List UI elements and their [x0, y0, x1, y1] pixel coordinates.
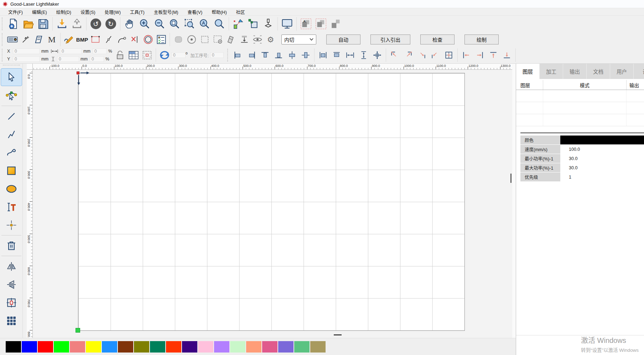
cut-mode-dropdown[interactable]: 内切	[281, 35, 316, 44]
palette-swatch[interactable]	[22, 341, 37, 353]
auto-button[interactable]: 自动	[326, 35, 360, 44]
menu-item[interactable]: 设置(S)	[76, 8, 100, 16]
palette-swatch[interactable]	[6, 341, 21, 353]
export-button[interactable]	[69, 16, 84, 31]
tab-加工[interactable]: 加工	[540, 64, 563, 79]
angle-input[interactable]	[171, 52, 186, 58]
palette-swatch[interactable]	[214, 341, 229, 353]
width-pct-input[interactable]	[93, 48, 107, 54]
dock-bottom-button[interactable]	[500, 48, 514, 62]
ellipse-tool[interactable]	[0, 180, 23, 198]
check-button[interactable]: 检查	[420, 35, 455, 44]
width-input[interactable]	[60, 48, 82, 54]
align-bottom-button[interactable]	[272, 48, 285, 62]
move-top-left-button[interactable]	[388, 48, 401, 62]
palette-swatch[interactable]	[182, 341, 197, 353]
lock-ratio-button[interactable]	[113, 48, 127, 62]
tab-文档[interactable]: 文档	[587, 64, 610, 79]
h-scrollbar-thumb[interactable]	[334, 334, 342, 335]
tab-输出[interactable]: 输出	[563, 64, 587, 79]
toolbox-grip[interactable]	[3, 65, 20, 68]
node-rect-button[interactable]	[89, 33, 102, 46]
y-input[interactable]	[13, 56, 40, 62]
palette-swatch[interactable]	[310, 341, 326, 353]
group-text-button[interactable]: A	[298, 16, 313, 31]
node-edit-tool[interactable]	[0, 86, 23, 105]
curve-tool[interactable]	[0, 143, 23, 161]
import-button[interactable]	[54, 16, 69, 31]
dock-left-button[interactable]	[459, 48, 473, 62]
palette-swatch[interactable]	[134, 341, 149, 353]
layer-color-value[interactable]	[560, 136, 644, 144]
work-area[interactable]	[78, 73, 465, 331]
menu-item[interactable]: 查看(V)	[183, 8, 207, 16]
menu-item[interactable]: 社区	[232, 8, 250, 16]
save-file-button[interactable]	[36, 16, 51, 31]
array-tool[interactable]	[0, 312, 23, 330]
undo-button[interactable]: ↺	[88, 16, 103, 31]
pick-coordinate-button[interactable]	[19, 33, 32, 46]
menu-item[interactable]: 编辑(E)	[27, 8, 52, 16]
rectangle-tool[interactable]	[0, 161, 23, 180]
panel-splitter-handle[interactable]	[510, 174, 511, 183]
dock-top-button[interactable]	[487, 48, 500, 62]
vertical-ruler[interactable]: 0.0100.0200.0300.0400.0500.0600.0700.080…	[27, 70, 33, 338]
zoom-fit-button[interactable]	[212, 16, 227, 31]
delete-node-button[interactable]	[128, 33, 141, 46]
position-page-tool[interactable]	[0, 293, 23, 312]
rotate-button[interactable]	[158, 48, 171, 62]
preview-button[interactable]	[280, 16, 295, 31]
tab-调[interactable]: 调	[634, 64, 644, 79]
order-input[interactable]	[210, 52, 224, 58]
center-to-page-button[interactable]	[370, 48, 384, 62]
palette-swatch[interactable]	[294, 341, 310, 353]
tab-用户[interactable]: 用户	[610, 64, 634, 79]
polyline-tool[interactable]	[0, 125, 23, 143]
align-top-button[interactable]	[258, 48, 272, 62]
circle-center-button[interactable]	[185, 33, 198, 46]
select-tool[interactable]	[1, 68, 22, 86]
lead-in-out-button[interactable]: 引入引出	[370, 35, 410, 44]
point-tool[interactable]	[0, 216, 23, 234]
same-height-button[interactable]	[330, 48, 343, 62]
settings-gear-button[interactable]: ⚙	[264, 33, 277, 46]
palette-swatch[interactable]	[118, 341, 133, 353]
palette-swatch[interactable]	[102, 341, 117, 353]
height-pct-input[interactable]	[90, 56, 104, 62]
zoom-out-button[interactable]	[152, 16, 167, 31]
draw-pen-button[interactable]	[62, 33, 76, 46]
move-bottom-left-button[interactable]	[429, 48, 442, 62]
open-file-button[interactable]	[21, 16, 36, 31]
layer-table-row[interactable]	[516, 114, 644, 126]
node-line-button[interactable]	[102, 33, 115, 46]
virtual-array-button[interactable]	[140, 48, 154, 62]
layer-table-row[interactable]	[516, 102, 644, 114]
redo-button[interactable]: ↻	[103, 16, 118, 31]
toolbar-grip[interactable]	[227, 49, 230, 62]
toolbar-grip[interactable]	[2, 49, 4, 62]
height-input[interactable]	[57, 56, 79, 62]
x-input[interactable]	[13, 48, 40, 54]
array-table-button[interactable]	[127, 48, 140, 62]
group-button[interactable]	[313, 16, 328, 31]
node-curve-button[interactable]	[115, 33, 128, 46]
text-m-button[interactable]: M	[45, 33, 58, 46]
menu-item[interactable]: 处理(W)	[100, 8, 125, 16]
layer-table-row[interactable]	[516, 90, 644, 102]
slant-tool-button[interactable]	[32, 33, 45, 46]
text-tool[interactable]	[0, 198, 23, 216]
space-vertical-button[interactable]	[357, 48, 370, 62]
drop-to-line-button[interactable]	[238, 33, 251, 46]
horizontal-ruler[interactable]: -100.00.0100.0200.0300.0400.0500.0600.07…	[33, 64, 512, 70]
eraser-button[interactable]	[224, 33, 238, 46]
ungroup-button[interactable]	[328, 16, 343, 31]
align-center-h-button[interactable]	[285, 48, 299, 62]
align-right-button[interactable]	[245, 48, 258, 62]
bmp-tool-button[interactable]: BMP	[76, 33, 89, 46]
new-file-button[interactable]	[6, 16, 21, 31]
menu-item[interactable]: 主板型号(M)	[149, 8, 183, 16]
zoom-selection-button[interactable]	[182, 16, 197, 31]
region-settings-button[interactable]	[211, 33, 224, 46]
measure-tool-button[interactable]	[231, 16, 246, 31]
move-bottom-right-button[interactable]	[415, 48, 429, 62]
